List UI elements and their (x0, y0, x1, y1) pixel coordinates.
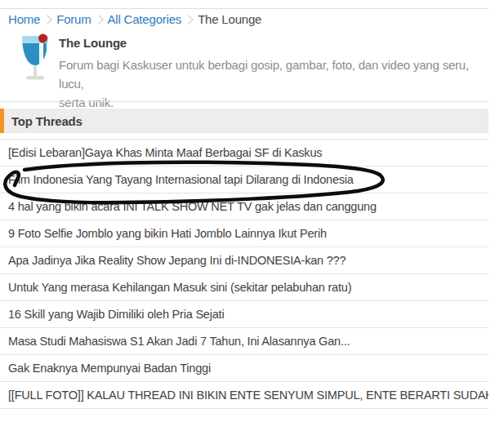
thread-row[interactable]: [[FULL FOTO]] KALAU THREAD INI BIKIN ENT… (0, 382, 488, 409)
thread-row[interactable]: 9 Foto Selfie Jomblo yang bikin Hati Jom… (0, 220, 488, 247)
category-description: Forum bagi Kaskuser untuk berbagi gosip,… (59, 56, 488, 112)
thread-row[interactable]: 4 hal yang bikin acara INI TALK SHOW NET… (0, 193, 488, 220)
chevron-right-icon (94, 15, 103, 24)
thread-row[interactable]: 16 Skill yang Wajib Dimiliki oleh Pria S… (0, 301, 488, 328)
chevron-right-icon (184, 15, 193, 24)
breadcrumb-item-forum[interactable]: Forum (56, 12, 91, 26)
forum-category-page: Home Forum All Categories The Lounge (0, 0, 504, 422)
thread-row[interactable]: Untuk Yang merasa Kehilangan Masuk sini … (0, 274, 488, 301)
cherry-icon (38, 34, 47, 43)
glass-base (26, 76, 44, 80)
thread-row[interactable]: Masa Studi Mahasiswa S1 Akan Jadi 7 Tahu… (0, 328, 488, 355)
breadcrumb-current-the-lounge: The Lounge (198, 12, 261, 26)
top-threads-header: Top Threads (0, 109, 488, 133)
orange-accent-bar (0, 109, 4, 133)
chevron-right-icon (43, 15, 52, 24)
section-divider (0, 101, 488, 102)
category-title: The Lounge (59, 36, 488, 50)
breadcrumb-item-all-categories[interactable]: All Categories (108, 12, 182, 26)
glass-stem (33, 65, 37, 76)
thread-row[interactable]: Gak Enaknya Mempunyai Badan Tinggi (0, 355, 488, 382)
thread-list: [Edisi Lebaran]Gaya Khas Minta Maaf Berb… (0, 139, 488, 409)
category-description-line: Forum bagi Kaskuser untuk berbagi gosip,… (59, 56, 488, 93)
top-divider (0, 8, 488, 9)
cocktail-glass-icon (20, 33, 51, 83)
thread-row[interactable]: Apa Jadinya Jika Reality Show Jepang Ini… (0, 247, 488, 274)
breadcrumb-item-home[interactable]: Home (8, 12, 40, 26)
top-threads-title: Top Threads (11, 114, 83, 128)
thread-row[interactable]: [Edisi Lebaran]Gaya Khas Minta Maaf Berb… (0, 140, 488, 167)
thread-row-circled[interactable]: Film Indonesia Yang Tayang Internasional… (0, 167, 488, 193)
breadcrumb: Home Forum All Categories The Lounge (8, 12, 261, 26)
